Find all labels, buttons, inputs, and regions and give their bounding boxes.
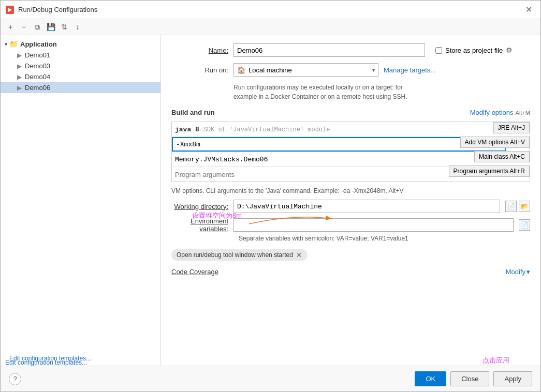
chevron-down-icon: ▾ <box>527 268 530 276</box>
modify-options-link[interactable]: Modify options Alt+M <box>470 109 530 116</box>
sdk-rest-text: SDK of 'JavaVirtualMachine' module <box>203 126 330 133</box>
bottom-bar: ? Edit configuration templates... OK Clo… <box>1 366 540 391</box>
sidebar-item-label: Demo04 <box>25 73 50 81</box>
app-small-icon: ▶ <box>17 63 22 70</box>
progargs-overlay: Program arguments Alt+R <box>449 165 530 177</box>
title-bar: ▶ Run/Debug Configurations ✕ <box>1 1 540 19</box>
modify-label: Modify <box>506 268 525 276</box>
code-coverage-row: Code Coverage Modify ▾ <box>171 268 530 276</box>
sort-button[interactable]: ↕ <box>72 21 83 33</box>
run-on-left: 🏠 Local machine <box>237 66 292 74</box>
edit-config-label: Edit configuration templates... <box>5 359 87 366</box>
copy-button[interactable]: ⧉ <box>32 21 43 33</box>
vm-input[interactable] <box>172 137 506 152</box>
sidebar-item-label: Demo03 <box>25 62 50 70</box>
working-dir-label: Working directory: <box>171 203 228 210</box>
name-input[interactable] <box>233 43 425 57</box>
env-vars-input[interactable] <box>233 218 514 232</box>
sidebar-item-label: Demo06 <box>25 84 50 92</box>
annotation-cn2: 点击应用 <box>482 356 509 365</box>
folder-icon: 📁 <box>9 40 18 48</box>
cn-text1: 设置堆空间为8m <box>192 212 242 219</box>
main-class-input[interactable] <box>172 152 516 167</box>
toolbar: + − ⧉ 💾 ⇅ ↕ <box>1 19 540 35</box>
store-label: Store as project file <box>445 47 503 54</box>
jre-overlay: JRE Alt+J <box>493 122 530 133</box>
run-debug-dialog: ▶ Run/Debug Configurations ✕ + − ⧉ 💾 ⇅ ↕… <box>0 0 541 392</box>
manage-targets-link[interactable]: Manage targets... <box>384 66 436 74</box>
sidebar-item-demo01[interactable]: ▶ Demo01 <box>1 50 160 61</box>
right-panel: Name: Store as project file ⚙ Run on: 🏠 … <box>161 35 540 366</box>
sidebar-group-application: ▾ 📁 Application ▶ Demo01 ▶ Demo03 ▶ Demo… <box>1 37 160 94</box>
store-checkbox[interactable] <box>435 47 442 54</box>
dialog-close-button[interactable]: Close <box>450 371 489 386</box>
dir-icons: 📄 📂 <box>505 201 530 212</box>
app-small-icon: ▶ <box>17 52 22 59</box>
add-button[interactable]: + <box>5 21 16 33</box>
dialog-title: Run/Debug Configurations <box>18 6 97 13</box>
open-run-tag-text: Open run/debug tool window when started <box>177 251 293 259</box>
modify-options-label: Modify options <box>470 109 514 116</box>
gear-icon[interactable]: ⚙ <box>506 46 513 54</box>
run-on-row: Run on: 🏠 Local machine ▾ Manage targets… <box>171 63 530 77</box>
sidebar-group-label: Application <box>20 40 57 48</box>
home-icon: 🏠 <box>237 66 245 74</box>
cn-text2: 点击应用 <box>482 356 509 364</box>
bottom-buttons: OK Close Apply <box>415 371 532 386</box>
vm-hint-text: VM options. CLI arguments to the 'Java' … <box>171 187 530 194</box>
mainclass-overlay: Main class Alt+C <box>474 151 530 162</box>
info-text: Run configurations may be executed local… <box>233 83 530 101</box>
build-run-area: JRE Alt+J java 8 SDK of 'JavaVirtualMach… <box>171 122 530 182</box>
tag-close-icon[interactable]: ✕ <box>296 251 302 259</box>
sidebar: ▾ 📁 Application ▶ Demo01 ▶ Demo03 ▶ Demo… <box>1 35 161 366</box>
env-edit-icon[interactable]: 📄 <box>519 219 530 231</box>
env-hint-text: Separate variables with semicolon: VAR=v… <box>239 235 530 242</box>
run-on-value: Local machine <box>248 66 292 74</box>
sidebar-item-demo03[interactable]: ▶ Demo03 <box>1 61 160 71</box>
app-small-icon: ▶ <box>17 84 22 92</box>
close-icon[interactable]: ✕ <box>522 4 535 16</box>
move-button[interactable]: ⇅ <box>59 21 70 33</box>
build-run-header: Build and run Modify options Alt+M <box>171 109 530 116</box>
run-on-label: Run on: <box>171 66 228 74</box>
app-small-icon: ▶ <box>17 73 22 81</box>
sidebar-item-label: Demo01 <box>25 51 50 59</box>
title-bar-left: ▶ Run/Debug Configurations <box>6 6 97 14</box>
run-on-dropdown[interactable]: 🏠 Local machine ▾ <box>233 63 378 77</box>
help-button[interactable]: ? <box>9 373 21 385</box>
sdk-row: java 8 SDK of 'JavaVirtualMachine' modul… <box>172 122 530 137</box>
open-run-tag: Open run/debug tool window when started … <box>171 249 308 261</box>
annotation-cn1: 设置堆空间为8m <box>192 211 242 220</box>
sidebar-item-demo06[interactable]: ▶ Demo06 <box>1 82 160 93</box>
sidebar-item-demo04[interactable]: ▶ Demo04 <box>1 71 160 82</box>
save-button[interactable]: 💾 <box>45 21 56 33</box>
name-row: Name: Store as project file ⚙ <box>171 43 530 57</box>
code-coverage-label: Code Coverage <box>171 268 218 276</box>
name-label: Name: <box>171 47 228 54</box>
chevron-down-icon: ▾ <box>5 41 7 47</box>
sdk-text: java 8 SDK of 'JavaVirtualMachine' modul… <box>175 126 330 133</box>
sdk-dropdown[interactable]: java 8 SDK of 'JavaVirtualMachine' modul… <box>172 122 530 137</box>
app-icon: ▶ <box>6 6 14 14</box>
tag-area: Open run/debug tool window when started … <box>171 249 530 261</box>
remove-button[interactable]: − <box>18 21 30 33</box>
chevron-down-icon: ▾ <box>372 67 375 73</box>
apply-button[interactable]: Apply <box>493 371 532 386</box>
working-dir-input[interactable] <box>233 200 500 213</box>
build-run-title: Build and run <box>171 109 215 116</box>
ok-button[interactable]: OK <box>415 371 446 386</box>
info-text-line2: example in a Docker Container or on a re… <box>233 93 407 100</box>
modify-options-shortcut: Alt+M <box>516 110 530 116</box>
store-checkbox-area: Store as project file ⚙ <box>435 46 513 54</box>
edit-config-link[interactable]: Edit configuration templates... <box>5 358 87 366</box>
main-content: ▾ 📁 Application ▶ Demo01 ▶ Demo03 ▶ Demo… <box>1 35 540 366</box>
folder-open-icon[interactable]: 📂 <box>519 201 530 212</box>
info-text-line1: Run configurations may be executed local… <box>233 84 403 91</box>
addvm-overlay: Add VM options Alt+V <box>460 137 530 148</box>
file-icon[interactable]: 📄 <box>505 201 517 212</box>
code-coverage-modify-dropdown[interactable]: Modify ▾ <box>506 268 530 276</box>
sdk-main-text: java 8 <box>175 126 199 133</box>
sidebar-group-header[interactable]: ▾ 📁 Application <box>1 38 160 50</box>
env-icons: 📄 <box>519 219 530 231</box>
